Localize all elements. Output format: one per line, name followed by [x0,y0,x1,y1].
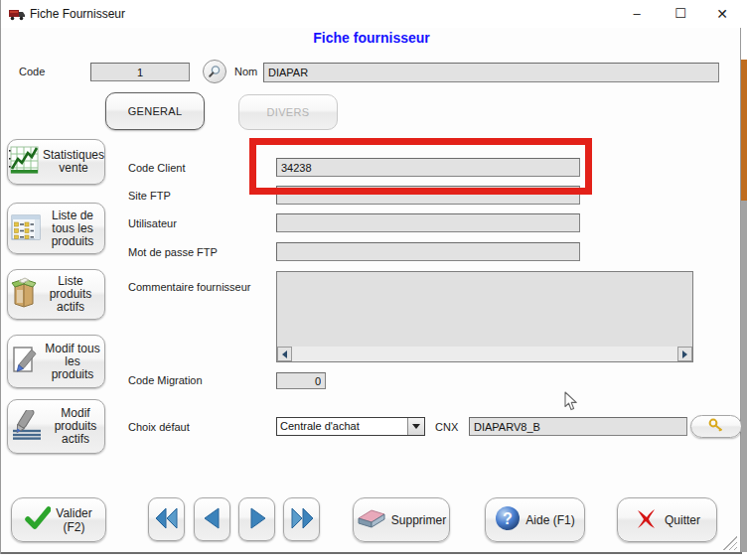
commentaire-fournisseur-label: Commentaire fournisseur [128,281,251,293]
code-client-label: Code Client [128,162,185,174]
sidebar-item-liste-produits-actifs[interactable]: Liste produits actifs [7,269,105,320]
eraser-icon [357,506,386,533]
nom-label: Nom [234,66,257,77]
minimize-button[interactable]: – [617,0,657,28]
sidebar-item-liste-tous-produits[interactable]: Liste de tous les produits [7,203,105,254]
truck-icon [9,7,26,25]
edge-accent-gray [741,201,747,552]
scroll-right-icon[interactable] [677,347,692,361]
svg-text:?: ? [503,510,513,527]
sidebar-item-label: Statistiques vente [43,149,104,175]
search-icon[interactable] [203,60,226,83]
supprimer-button[interactable]: Supprimer [353,497,450,542]
nav-first-button[interactable] [148,497,185,541]
code-migration-label: Code Migration [128,374,203,386]
sidebar-item-label: Liste de tous les produits [44,210,101,248]
scroll-left-icon[interactable] [277,347,292,361]
nom-input[interactable] [263,63,719,82]
cnx-label: CNX [435,421,458,433]
first-record-icon [154,506,180,533]
maximize-button[interactable]: ☐ [661,0,700,28]
window-title: Fiche Fournisseur [30,7,125,21]
close-x-icon [634,505,660,534]
choix-defaut-value: Centrale d'achat [277,418,407,435]
help-icon: ? [495,505,521,534]
edge-accent-orange [741,60,747,201]
sales-chart-icon [8,146,40,179]
sidebar-item-modif-produits-actifs[interactable]: Modif produits actifs [7,399,105,454]
package-icon [11,277,37,312]
code-client-input[interactable] [276,158,580,177]
aide-button[interactable]: ? Aide (F1) [485,497,585,542]
mot-de-passe-ftp-input[interactable] [276,242,580,261]
code-input[interactable] [90,63,190,81]
site-ftp-label: Site FTP [128,190,171,202]
valider-key: (F2) [64,520,85,534]
site-ftp-input[interactable] [276,186,580,205]
next-record-icon [245,506,269,533]
commentaire-fournisseur-textarea[interactable] [276,271,693,362]
check-icon [25,506,51,533]
utilisateur-label: Utilisateur [128,217,177,229]
horizontal-scrollbar[interactable] [277,347,692,361]
cnx-input[interactable] [469,417,687,436]
sidebar-item-label: Modif produits actifs [50,407,101,446]
quitter-label: Quitter [665,513,700,527]
title-bar: Fiche Fournisseur – ☐ ✕ [1,0,742,28]
edit-document-icon [11,346,41,378]
mot-de-passe-ftp-label: Mot de passe FTP [128,246,218,258]
utilisateur-input[interactable] [276,213,580,232]
supplier-form-window: Fiche Fournisseur – ☐ ✕ Fiche fournisseu… [0,0,741,554]
nav-next-button[interactable] [238,497,275,541]
tab-general[interactable]: GENERAL [105,92,205,130]
last-record-icon [289,506,315,533]
pencil-lines-icon [11,410,47,443]
nav-last-button[interactable] [283,497,320,541]
aide-label: Aide (F1) [525,513,574,527]
supprimer-label: Supprimer [391,513,446,527]
tab-divers[interactable]: DIVERS [238,94,338,130]
close-button[interactable]: ✕ [702,0,742,28]
sidebar-item-label: Liste produits actifs [40,275,101,314]
resize-grip[interactable] [723,536,737,550]
sidebar-item-modif-tous-produits[interactable]: Modif tous les produits [7,335,105,388]
code-migration-input[interactable] [276,372,326,389]
product-list-icon [11,214,41,243]
chevron-down-icon[interactable] [407,418,424,435]
quitter-button[interactable]: Quitter [617,497,717,542]
choix-defaut-label: Choix défaut [128,421,190,433]
previous-record-icon [201,506,224,533]
sidebar-item-label: Modif tous les produits [44,343,101,381]
valider-button[interactable]: Valider (F2) [11,497,106,542]
key-icon [708,418,724,435]
choix-defaut-select[interactable]: Centrale d'achat [276,417,425,436]
valider-label: Valider [56,506,91,520]
cnx-key-button[interactable] [690,415,742,438]
nav-previous-button[interactable] [194,497,230,541]
code-label: Code [19,66,45,77]
sidebar-item-statistiques-vente[interactable]: Statistiques vente [7,139,105,185]
window-bottom-border [1,552,742,554]
page-title: Fiche fournisseur [1,30,742,46]
